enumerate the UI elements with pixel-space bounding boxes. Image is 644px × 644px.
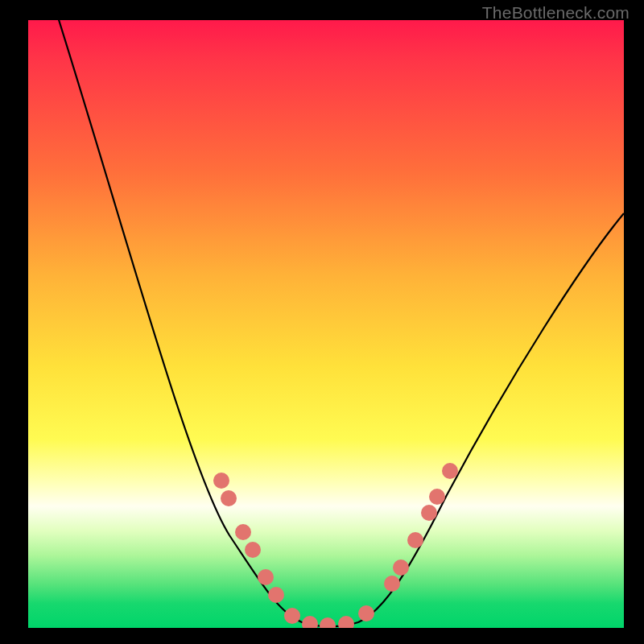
data-point xyxy=(258,569,274,585)
plot-area xyxy=(28,20,624,628)
data-point xyxy=(338,616,354,628)
data-point xyxy=(421,505,437,521)
bottleneck-curve xyxy=(28,20,624,628)
data-point xyxy=(429,489,445,505)
data-point xyxy=(393,559,409,576)
data-point xyxy=(221,490,237,506)
data-point xyxy=(235,524,251,540)
data-point xyxy=(302,616,318,628)
data-point xyxy=(213,473,229,489)
curve-path xyxy=(56,20,624,626)
data-point xyxy=(384,576,400,592)
data-dots xyxy=(213,463,458,628)
data-point xyxy=(407,532,423,548)
data-point xyxy=(442,463,458,479)
data-point xyxy=(320,617,336,628)
data-point xyxy=(358,605,374,621)
data-point xyxy=(268,587,284,603)
data-point xyxy=(284,608,300,624)
data-point xyxy=(245,542,261,558)
watermark-text: TheBottleneck.com xyxy=(482,3,630,23)
chart-frame: TheBottleneck.com xyxy=(0,0,644,644)
